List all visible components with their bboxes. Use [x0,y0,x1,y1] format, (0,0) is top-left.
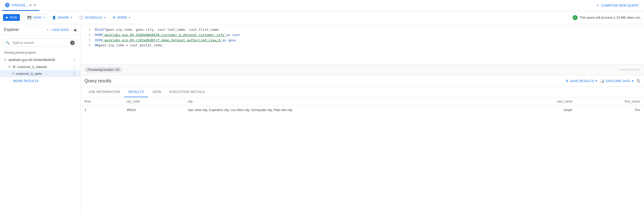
save-results-button[interactable]: ⬇ SAVE RESULTS ▾ [566,79,597,83]
keyword-join: JOIN [95,38,102,43]
results-actions: ⬇ SAVE RESULTS ▾ 📊 EXPLORE DATA ▾ ⇅ [566,79,640,83]
compose-icon: ＋ [596,3,600,8]
schedule-button[interactable]: 🕐 SCHEDULE ▾ [76,14,109,21]
line-number-1: 1 [84,27,90,32]
schedule-icon: 🕐 [79,16,83,19]
code-line-2: 2 FROM `qwiklabs-gcp-04-5d48e08b6638.cus… [80,32,644,38]
keyword-select: SELECT [95,27,106,32]
table-header-row: Row zip_code city last_name first_name [80,97,644,105]
expand-results-button[interactable]: ⇅ [637,79,640,83]
more-results-link[interactable]: MORE RESULTS [0,77,80,85]
more-dropdown-arrow[interactable]: ▾ [129,16,130,19]
sidebar: Explorer ＋ + ADD DATA ◀ 🔍 ? Viewing pinn… [0,24,80,213]
share-button[interactable]: 👤 SHARE ▾ [49,14,75,21]
more-button[interactable]: ⚙ MORE ▾ [110,14,133,21]
project-more-button[interactable]: ⋮ [73,58,76,62]
share-dropdown-arrow[interactable]: ▾ [71,16,72,19]
sidebar-header: Explorer ＋ + ADD DATA ◀ [0,24,80,36]
add-data-button[interactable]: ＋ + ADD DATA [46,27,69,32]
tab-label: *UNSAVE... [11,3,28,7]
sidebar-actions: ＋ + ADD DATA ◀ [46,27,76,32]
code-from-alias: as cust [226,32,240,38]
processing-bar: Processing location: US [80,64,644,75]
code-select-fields: geos.zip_code, geos.city, cust.last_name… [106,27,218,32]
search-box: 🔍 ? [3,39,77,47]
code-editor[interactable]: 1 SELECT geos.zip_code, geos.city, cust.… [80,24,644,64]
code-line-3: 3 JOIN `qwiklabs-gcp-03-c103edbd0fcf.dem… [80,38,644,43]
editor-scrollbar[interactable] [620,69,640,70]
save-button[interactable]: 💾 SAVE ▾ [24,14,48,21]
explore-dropdown-arrow[interactable]: ▾ [632,79,634,83]
results-panel: Query results ⬇ SAVE RESULTS ▾ 📊 EXPLORE… [80,75,644,213]
download-icon: ⬇ [566,79,568,83]
active-tab[interactable]: *UNSAVE... ▾ × [2,0,39,11]
sidebar-title: Explorer [4,27,19,32]
cell-last-name: Goyer [510,105,576,115]
cell-zip-code: 95014 [123,105,184,115]
toolbar: RUN 💾 SAVE ▾ 👤 SHARE ▾ 🕐 SCHEDULE ▾ ⚙ MO… [0,11,644,24]
code-join-alias: as geos [222,38,236,43]
save-icon: 💾 [27,16,31,19]
code-join-table[interactable]: `qwiklabs-gcp-03-c103edbd0fcf.demo_datas… [102,38,222,43]
table-icon: ⠿ [12,72,14,76]
save-dropdown-arrow[interactable]: ▾ [43,16,45,19]
col-header-row: Row [80,97,123,105]
search-icon: 🔍 [6,41,10,45]
col-header-last-name: last_name [510,97,576,105]
search-input[interactable] [3,39,77,47]
cell-first-name: Tim [577,105,644,115]
tab-results[interactable]: RESULTS [124,87,148,97]
results-table-wrapper: Row zip_code city last_name first_name 1… [80,97,644,213]
gear-icon: ⚙ [113,16,116,19]
query-info: ✓ This query will process 1.19 MB when r… [573,15,641,20]
line-number-3: 3 [84,38,90,43]
tab-bar: *UNSAVE... ▾ × ＋ COMPOSE NEW QUERY [0,0,644,11]
results-header: Query results ⬇ SAVE RESULTS ▾ 📊 EXPLORE… [80,75,644,87]
query-tab-icon [5,3,10,7]
toolbar-separator [22,15,22,21]
code-from-table[interactable]: `qwiklabs-gcp-04-5d48e08b6638.customer_b… [102,32,226,38]
line-number-4: 4 [84,43,90,48]
code-line-4: 4 ON geos.zip_code = cust.postal_code; [80,43,644,48]
dataset-more-button[interactable]: ⋮ [73,65,76,69]
dataset-item[interactable]: ▼ ⊞ customer_b_dataset ⋮ [0,63,80,70]
col-header-first-name: first_name [577,97,644,105]
chart-icon: 📊 [600,79,604,83]
tab-job-information[interactable]: JOB INFORMATION [84,87,124,97]
code-line-1: 1 SELECT geos.zip_code, geos.city, cust.… [80,27,644,32]
processing-location-badge: Processing location: US [84,67,122,73]
table-row: 1 95014 San Jose city, Cupertino city, L… [80,105,644,115]
table-more-button[interactable]: ⋮ [73,72,76,76]
project-item[interactable]: ▼ qwiklabs-gcp-04-5d48e08b6638 ⋮ [0,56,80,63]
help-icon[interactable]: ? [70,41,75,45]
cell-city: San Jose city, Cupertino city, Los Altos… [184,105,510,115]
tab-json[interactable]: JSON [148,87,165,97]
save-results-dropdown-arrow[interactable]: ▾ [595,79,597,83]
run-button[interactable]: RUN [3,14,20,21]
schedule-dropdown-arrow[interactable]: ▾ [104,16,106,19]
compose-new-query-button[interactable]: ＋ COMPOSE NEW QUERY [593,1,642,10]
results-title: Query results [84,78,111,84]
results-table: Row zip_code city last_name first_name 1… [80,97,644,115]
explore-data-button[interactable]: 📊 EXPLORE DATA ▾ [600,79,634,83]
share-icon: 👤 [52,16,56,19]
project-expand-arrow: ▼ [4,58,7,61]
code-on-condition: geos.zip_code = cust.postal_code; [99,43,163,48]
check-circle-icon: ✓ [573,15,578,20]
sidebar-divider [71,27,71,32]
tab-close-button[interactable]: × [33,2,36,8]
tab-dropdown-arrow[interactable]: ▾ [30,3,31,7]
line-number-2: 2 [84,32,90,38]
results-tabs: JOB INFORMATION RESULTS JSON EXECUTION D… [80,87,644,97]
dataset-icon: ⊞ [13,65,16,69]
query-panel: 1 SELECT geos.zip_code, geos.city, cust.… [80,24,644,213]
table-item[interactable]: ⠿ customer_b_table ⋮ [0,70,80,77]
keyword-from: FROM [95,32,102,38]
collapse-sidebar-button[interactable]: ◀ [73,27,76,32]
main-layout: Explorer ＋ + ADD DATA ◀ 🔍 ? Viewing pinn… [0,24,644,213]
cell-row-num: 1 [80,105,123,115]
play-icon [6,16,8,19]
keyword-on: ON [95,43,99,48]
tab-execution-details[interactable]: EXECUTION DETAILS [165,87,209,97]
col-header-zip-code: zip_code [123,97,184,105]
